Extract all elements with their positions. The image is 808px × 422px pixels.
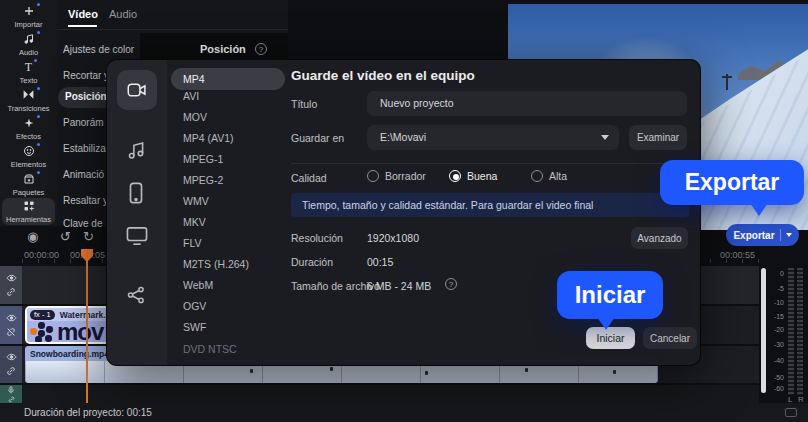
panel-item-estabilizacion[interactable]: Estabiliza	[63, 143, 106, 154]
link-icon[interactable]	[8, 396, 15, 403]
meter-tick: -20	[770, 326, 784, 333]
destination-share[interactable]	[126, 285, 146, 305]
format-option-wmv[interactable]: WMV	[183, 195, 209, 210]
panel-item-ajustes-de-color[interactable]: Ajustes de color	[63, 44, 134, 55]
eye-icon[interactable]	[6, 314, 17, 322]
destination-tv[interactable]	[126, 226, 148, 246]
format-option-mov[interactable]: MOV	[183, 111, 207, 126]
help-icon[interactable]: ?	[255, 43, 267, 55]
meter-tick: -15	[770, 313, 784, 320]
sidebar-item-herramientas[interactable]: Herramientas	[2, 198, 55, 225]
format-option-mpeg1[interactable]: MPEG-1	[183, 153, 223, 168]
export-button[interactable]: Exportar	[726, 224, 799, 246]
title-input[interactable]: Nuevo proyecto	[367, 91, 687, 116]
track-lane-audio[interactable]	[22, 385, 759, 403]
help-icon[interactable]: ?	[445, 278, 457, 290]
tab-audio[interactable]: Audio	[109, 8, 137, 20]
tab-video[interactable]: Vídeo	[68, 8, 98, 20]
notification-dot	[34, 59, 37, 62]
panel-item-animacion[interactable]: Animació	[63, 169, 104, 180]
sidebar-item-elementos[interactable]: Elementos	[0, 143, 57, 170]
active-tab-underline	[68, 25, 97, 27]
link-icon[interactable]	[6, 366, 16, 376]
redo-icon[interactable]: ↻	[83, 230, 94, 243]
panel-item-posicion-label: Posición	[65, 91, 107, 102]
format-option-mp4av1[interactable]: MP4 (AV1)	[183, 132, 234, 147]
sidebar-item-label: Paquetes	[13, 188, 45, 197]
duration-value: 00:15	[367, 256, 393, 268]
radio-icon	[531, 170, 543, 182]
callout-tail	[750, 203, 768, 216]
meter-settings-icon[interactable]	[785, 408, 797, 417]
sidebar-item-texto[interactable]: T Texto	[0, 59, 57, 86]
sidebar-item-audio[interactable]: Audio	[0, 31, 57, 58]
panel-item-clave[interactable]: Clave de	[63, 218, 102, 229]
sidebar-item-importar[interactable]: Importar	[0, 3, 57, 30]
notification-dot	[37, 115, 40, 118]
link-slash-icon[interactable]	[6, 327, 16, 337]
folder-select[interactable]: E:\Movavi	[367, 125, 619, 150]
resolution-label: Resolución	[291, 232, 343, 244]
format-option-ogv[interactable]: OGV	[183, 300, 206, 315]
sidebar-item-paquetes[interactable]: Paquetes	[0, 171, 57, 198]
undo-icon[interactable]: ↺	[60, 230, 71, 243]
panel-item-resaltar[interactable]: Resaltar y	[63, 195, 108, 206]
section-title: Posición	[200, 43, 246, 55]
format-option-flv[interactable]: FLV	[183, 237, 201, 252]
notification-dot	[37, 143, 40, 146]
format-option-m2ts[interactable]: M2TS (H.264)	[183, 258, 249, 273]
destination-computer-active[interactable]	[117, 70, 157, 110]
music-note-icon	[23, 33, 35, 46]
link-icon[interactable]	[6, 287, 16, 297]
track-header-overlay1	[0, 306, 22, 344]
callout-exportar: Exportar	[660, 160, 804, 205]
chevron-down-icon	[786, 233, 792, 237]
dialog-destination-rail	[107, 60, 167, 365]
format-option-mp4-selected[interactable]: MP4	[171, 68, 285, 90]
meter-tick: -5	[770, 285, 784, 292]
format-option-mkv[interactable]: MKV	[183, 216, 206, 231]
quality-option-borrador[interactable]: Borrador	[367, 170, 426, 182]
vertical-scrollbar[interactable]	[761, 268, 766, 393]
meter-tick: -30	[770, 341, 784, 348]
duration-label: Duración	[291, 256, 333, 268]
advanced-button[interactable]: Avanzado	[631, 227, 688, 249]
sidebar-item-efectos[interactable]: Efectos	[0, 115, 57, 142]
quality-option-buena[interactable]: Buena	[449, 170, 497, 182]
eye-icon[interactable]	[6, 353, 17, 361]
sidebar-item-transiciones[interactable]: Transiciones	[0, 87, 57, 114]
notification-dot	[37, 31, 40, 34]
format-option-avi[interactable]: AVI	[183, 90, 199, 105]
meter-tick: 0	[770, 270, 784, 277]
notification-dot	[37, 3, 40, 6]
package-icon	[23, 173, 35, 186]
divider	[57, 29, 288, 30]
folder-field-label: Guardar en	[291, 132, 344, 144]
format-option-dvd[interactable]: DVD NTSC	[183, 343, 237, 358]
ski-lift-pole	[726, 74, 728, 90]
radio-icon	[367, 170, 379, 182]
playhead-line[interactable]	[86, 250, 88, 403]
panel-item-recortar[interactable]: Recortar y	[63, 70, 109, 81]
mic-icon[interactable]	[7, 386, 15, 394]
format-option-swf[interactable]: SWF	[183, 321, 206, 336]
cancel-button[interactable]: Cancelar	[643, 327, 697, 349]
sidebar-item-label: Transiciones	[7, 104, 49, 113]
format-option-webm[interactable]: WebM	[183, 279, 213, 294]
panel-item-panoramica[interactable]: Panorám	[63, 117, 104, 128]
main-sidebar: Importar Audio T Texto Transiciones Efec…	[0, 0, 57, 226]
browse-button[interactable]: Examinar	[629, 125, 687, 150]
format-option-mpeg2[interactable]: MPEG-2	[183, 174, 223, 189]
eye-icon[interactable]	[6, 274, 17, 282]
destination-mobile[interactable]	[126, 182, 146, 204]
dialog-title: Guarde el vídeo en el equipo	[291, 68, 475, 83]
record-icon[interactable]: ◉	[27, 230, 38, 243]
callout-tail	[597, 317, 615, 330]
destination-audio[interactable]	[126, 140, 147, 161]
project-duration: Duración del proyecto: 00:15	[24, 407, 152, 418]
sparkle-icon	[23, 117, 35, 130]
quality-option-alta[interactable]: Alta	[531, 170, 567, 182]
start-export-button[interactable]: Iniciar	[586, 327, 635, 349]
resolution-value: 1920x1080	[367, 232, 419, 244]
callout-exportar-label: Exportar	[685, 169, 780, 196]
